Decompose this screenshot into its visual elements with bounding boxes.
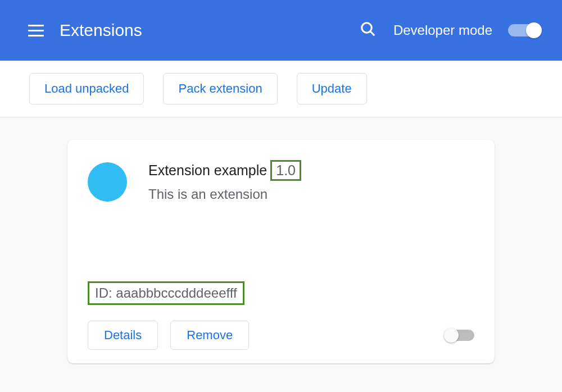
update-button[interactable]: Update	[297, 73, 367, 104]
svg-line-1	[370, 31, 375, 36]
details-button[interactable]: Details	[88, 321, 158, 350]
toggle-knob	[526, 22, 542, 38]
extension-card: Extension example 1.0 This is an extensi…	[67, 140, 495, 363]
page-title: Extensions	[60, 21, 360, 40]
developer-mode-toggle[interactable]	[508, 24, 540, 37]
header-bar: Extensions Developer mode	[0, 0, 562, 61]
extension-icon	[88, 162, 127, 202]
developer-toolbar: Load unpacked Pack extension Update	[0, 61, 562, 117]
toggle-knob	[444, 328, 459, 343]
remove-button[interactable]: Remove	[170, 321, 249, 350]
load-unpacked-button[interactable]: Load unpacked	[29, 73, 144, 104]
extension-enable-toggle[interactable]	[445, 330, 474, 341]
extension-description: This is an extension	[148, 186, 474, 202]
search-icon[interactable]	[360, 21, 377, 40]
hamburger-menu-icon[interactable]	[28, 25, 44, 37]
extension-version: 1.0	[270, 160, 301, 181]
extension-list: Extension example 1.0 This is an extensi…	[0, 117, 562, 363]
svg-point-0	[362, 23, 372, 33]
extension-name: Extension example	[148, 162, 267, 179]
developer-mode-label: Developer mode	[393, 22, 492, 38]
extension-id: ID: aaabbbcccdddeeefff	[88, 281, 244, 305]
pack-extension-button[interactable]: Pack extension	[163, 73, 277, 104]
